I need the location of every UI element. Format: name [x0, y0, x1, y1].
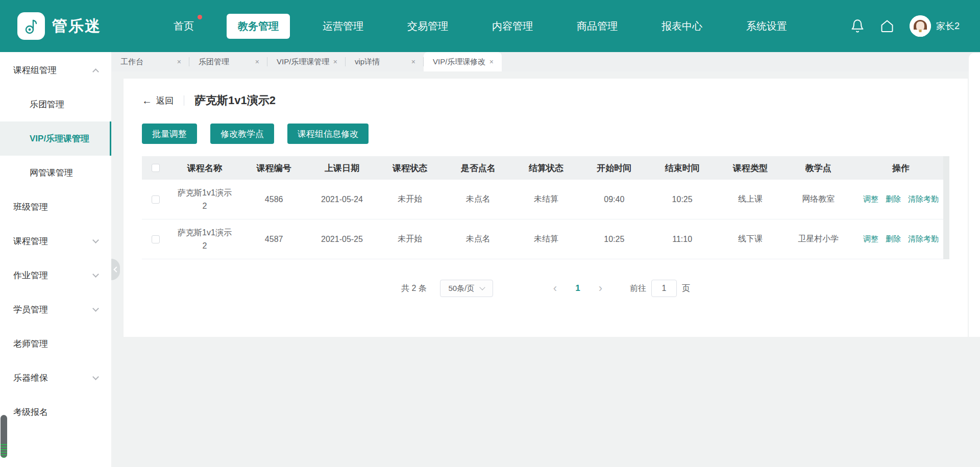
sidebar-item[interactable]: 考级报名 [0, 395, 111, 429]
tab-VIP/乐理课管理[interactable]: VIP/乐理课管理× [267, 52, 346, 71]
button-修改教学点[interactable]: 修改教学点 [210, 124, 274, 144]
sidebar-item-label: 乐团管理 [30, 99, 64, 110]
tab-label: 工作台 [120, 57, 143, 67]
close-icon[interactable]: × [488, 58, 495, 66]
sidebar-item[interactable]: 课程组管理 [0, 53, 111, 87]
cell-value: 萨克斯1v1演示2 [176, 186, 233, 212]
cell-end: 10:25 [648, 195, 716, 204]
page-size-value: 50条/页 [448, 284, 474, 293]
sidebar-item[interactable]: 乐器维保 [0, 361, 111, 395]
page-scrollbar[interactable] [969, 53, 980, 337]
chevron-down-icon [92, 237, 99, 243]
column-header: 课程类型 [716, 162, 784, 174]
user-menu[interactable]: 家长2 [910, 15, 960, 37]
tab-label: 乐团管理 [199, 57, 229, 67]
column-header: 上课日期 [308, 162, 376, 174]
back-arrow-icon: ← [142, 95, 152, 106]
select-all-checkbox[interactable] [152, 164, 160, 172]
nav-item-教务管理[interactable]: 教务管理 [227, 14, 290, 39]
cell-start: 10:25 [580, 235, 648, 244]
column-header: 课程编号 [240, 162, 308, 174]
cell-value: 萨克斯1v1演示2 [176, 226, 233, 252]
sidebar-scrollbar-thumb[interactable] [1, 415, 7, 458]
cell-value: 线下课 [738, 234, 763, 243]
cell-status: 未开始 [376, 194, 444, 205]
bell-icon[interactable] [850, 19, 865, 33]
action-link-清除考勤[interactable]: 清除考勤 [908, 234, 939, 244]
cell-type: 线下课 [716, 234, 784, 244]
cell-value: 11:10 [672, 235, 692, 243]
action-link-删除[interactable]: 删除 [886, 234, 901, 244]
column-header: 课程名称 [169, 162, 240, 174]
cell-site: 网络教室 [785, 194, 852, 205]
row-checkbox-cell [142, 235, 169, 243]
app-logo[interactable]: 管乐迷 [17, 12, 101, 40]
sidebar-item[interactable]: 课程管理 [0, 224, 111, 258]
sidebar-item-label: 班级管理 [13, 201, 48, 213]
nav-item-报表中心[interactable]: 报表中心 [650, 14, 714, 39]
page-title: 萨克斯1v1演示2 [194, 93, 276, 108]
tab-工作台[interactable]: 工作台× [111, 52, 189, 71]
nav-item-交易管理[interactable]: 交易管理 [396, 14, 459, 39]
avatar [910, 15, 931, 37]
tab-vip详情[interactable]: vip详情× [346, 52, 424, 71]
cell-status: 未开始 [376, 234, 444, 244]
close-icon[interactable]: × [176, 58, 182, 66]
action-link-清除考勤[interactable]: 清除考勤 [908, 194, 939, 204]
cell-value: 10:25 [604, 235, 624, 243]
action-link-调整[interactable]: 调整 [863, 234, 878, 244]
close-icon[interactable]: × [254, 58, 260, 66]
column-header: 操作 [852, 162, 949, 174]
cell-value: 未结算 [534, 194, 558, 203]
column-header: 教学点 [785, 162, 852, 174]
action-link-删除[interactable]: 删除 [886, 194, 901, 204]
nav-item-系统设置[interactable]: 系统设置 [735, 14, 798, 39]
tab-label: VIP/乐理课管理 [277, 57, 329, 67]
page-size-select[interactable]: 50条/页 [440, 280, 493, 297]
sidebar-item[interactable]: 网管课管理 [0, 156, 111, 190]
content-card: ← 返回 萨克斯1v1演示2 批量调整修改教学点课程组信息修改 课程名称课程编号… [124, 79, 968, 337]
cell-type: 线上课 [716, 194, 784, 205]
logo-text: 管乐迷 [52, 16, 101, 37]
column-header: 结束时间 [648, 162, 716, 174]
sidebar-item-label: 课程组管理 [13, 64, 57, 76]
main-area: 工作台×乐团管理×VIP/乐理课管理×vip详情×VIP/乐理课修改× ← 返回… [111, 52, 980, 467]
title-divider [184, 95, 184, 106]
button-课程组信息修改[interactable]: 课程组信息修改 [287, 124, 369, 144]
sidebar-item[interactable]: 老师管理 [0, 327, 111, 361]
pager-controls: ‹ 1 › [553, 283, 602, 294]
table-row: 萨克斯1v1演示245872021-05-25未开始未点名未结算10:2511:… [142, 219, 949, 259]
goto-page-input[interactable] [651, 280, 677, 297]
row-checkbox[interactable] [152, 235, 160, 243]
home-icon[interactable] [880, 19, 894, 33]
table-scrollbar[interactable] [943, 156, 949, 259]
current-page[interactable]: 1 [575, 283, 580, 293]
nav-item-首页[interactable]: 首页 [162, 14, 205, 39]
next-page-button[interactable]: › [599, 283, 602, 294]
tab-乐团管理[interactable]: 乐团管理× [189, 52, 267, 71]
sidebar-item[interactable]: 学员管理 [0, 292, 111, 327]
prev-page-button[interactable]: ‹ [553, 283, 557, 294]
row-checkbox[interactable] [152, 195, 160, 204]
close-icon[interactable]: × [332, 58, 338, 66]
nav-item-运营管理[interactable]: 运营管理 [311, 14, 375, 39]
button-批量调整[interactable]: 批量调整 [142, 124, 197, 144]
sidebar-item[interactable]: 班级管理 [0, 190, 111, 224]
chevron-down-icon [92, 374, 99, 380]
sidebar-item[interactable]: 作业管理 [0, 258, 111, 292]
nav-item-商品管理[interactable]: 商品管理 [566, 14, 629, 39]
action-link-调整[interactable]: 调整 [863, 194, 878, 204]
close-icon[interactable]: × [410, 58, 416, 66]
cell-value: 4587 [265, 235, 283, 243]
cell-rollcall: 未点名 [444, 234, 512, 244]
sidebar-item-label: 课程管理 [13, 235, 48, 247]
sidebar-item[interactable]: 乐团管理 [0, 87, 111, 121]
row-checkbox-cell [142, 195, 169, 204]
back-button[interactable]: ← 返回 [142, 95, 174, 107]
tab-VIP/乐理课修改[interactable]: VIP/乐理课修改× [424, 52, 502, 71]
pagination: 共 2 条 50条/页 ‹ 1 › 前往 页 [142, 280, 949, 297]
nav-item-内容管理[interactable]: 内容管理 [481, 14, 544, 39]
sidebar-item[interactable]: VIP/乐理课管理 [0, 121, 111, 156]
cell-end: 11:10 [648, 235, 716, 244]
cell-value: 未点名 [466, 194, 491, 203]
